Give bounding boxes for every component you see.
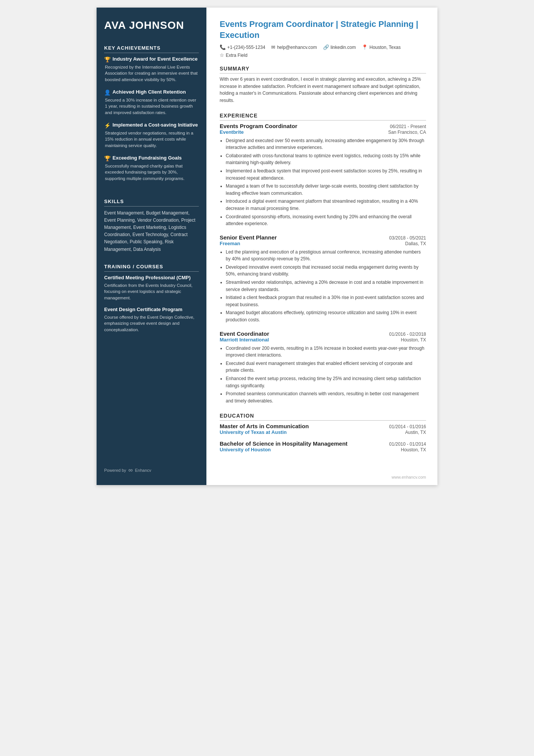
exp-bullet: Executed dual event management strategie… bbox=[226, 360, 426, 374]
exp-bullet: Designed and executed over 50 events ann… bbox=[226, 137, 426, 151]
education-item: Bachelor of Science in Hospitality Manag… bbox=[220, 440, 426, 452]
exp-bullet: Introduced a digital event management pl… bbox=[226, 198, 426, 212]
exp-job-title: Senior Event Planner bbox=[220, 234, 277, 241]
achievements-section: KEY ACHIEVEMENTS 🏆 Industry Award for Ev… bbox=[104, 45, 199, 188]
achievement-icon: 🏆 bbox=[104, 155, 111, 161]
phone-text: +1-(234)-555-1234 bbox=[227, 45, 265, 50]
exp-bullet: Streamlined vendor relationships, achiev… bbox=[226, 279, 426, 293]
summary-text: With over 6 years in event coordination,… bbox=[220, 76, 426, 104]
exp-location: Dallas, TX bbox=[405, 241, 426, 246]
exp-company: Eventbrite bbox=[220, 129, 244, 135]
achievements-list: 🏆 Industry Award for Event Excellence Re… bbox=[104, 56, 199, 182]
exp-bullets: Coordinated over 200 events, resulting i… bbox=[220, 345, 426, 405]
exp-job-title: Events Program Coordinator bbox=[220, 123, 297, 129]
exp-company: Marriott International bbox=[220, 337, 269, 343]
edu-school: University of Houston bbox=[220, 447, 271, 452]
exp-bullets: Led the planning and execution of a pres… bbox=[220, 249, 426, 324]
training-item-title: Event Design Certificate Program bbox=[104, 307, 199, 313]
extra-contact: ☆ Extra Field bbox=[220, 52, 247, 58]
training-list: Certified Meeting Professional (CMP) Cer… bbox=[104, 275, 199, 333]
achievement-item: 👤 Achieved High Client Retention Secured… bbox=[104, 89, 199, 116]
training-item: Certified Meeting Professional (CMP) Cer… bbox=[104, 275, 199, 301]
exp-job-title: Event Coordinator bbox=[220, 330, 269, 337]
training-item-title: Certified Meeting Professional (CMP) bbox=[104, 275, 199, 281]
edu-school: University of Texas at Austin bbox=[220, 429, 287, 435]
education-item: Master of Arts in Communication 01/2014 … bbox=[220, 423, 426, 435]
email-contact: ✉ help@enhancv.com bbox=[271, 44, 317, 50]
exp-date: 01/2016 - 02/2018 bbox=[389, 332, 426, 337]
education-list: Master of Arts in Communication 01/2014 … bbox=[220, 423, 426, 452]
achievement-title: Industry Award for Event Excellence bbox=[112, 56, 198, 63]
exp-date: 03/2018 - 05/2021 bbox=[389, 235, 426, 241]
candidate-name: AVA JOHNSON bbox=[104, 19, 199, 32]
exp-date: 06/2021 - Present bbox=[390, 124, 426, 129]
experience-section: EXPERIENCE Events Program Coordinator 06… bbox=[220, 113, 426, 405]
exp-company: Freeman bbox=[220, 241, 240, 246]
achievement-title: Exceeding Fundraising Goals bbox=[112, 155, 182, 161]
edu-date: 01/2014 - 01/2016 bbox=[389, 424, 426, 429]
website-text: www.enhancv.com bbox=[392, 475, 426, 479]
exp-bullet: Led the planning and execution of a pres… bbox=[226, 249, 426, 263]
exp-bullet: Initiated a client feedback program that… bbox=[226, 294, 426, 308]
powered-by-label: Powered by bbox=[104, 468, 126, 473]
achievement-desc: Secured a 30% increase in client retenti… bbox=[104, 97, 199, 116]
experience-item: Senior Event Planner 03/2018 - 05/2021 F… bbox=[220, 234, 426, 324]
training-item: Event Design Certificate Program Course … bbox=[104, 307, 199, 333]
achievements-title: KEY ACHIEVEMENTS bbox=[104, 45, 199, 53]
extra-text: Extra Field bbox=[226, 53, 247, 58]
experience-item: Events Program Coordinator 06/2021 - Pre… bbox=[220, 123, 426, 227]
phone-contact: 📞 +1-(234)-555-1234 bbox=[220, 44, 265, 50]
exp-bullet: Promoted seamless communication channels… bbox=[226, 390, 426, 404]
achievement-icon: 👤 bbox=[104, 89, 111, 95]
brand-logo: ∞ bbox=[128, 467, 133, 474]
exp-bullet: Collaborated with cross-functional teams… bbox=[226, 152, 426, 166]
sidebar: AVA JOHNSON KEY ACHIEVEMENTS 🏆 Industry … bbox=[97, 8, 206, 485]
phone-icon: 📞 bbox=[220, 44, 226, 50]
exp-bullet: Enhanced the event setup process, reduci… bbox=[226, 375, 426, 389]
edu-location: Austin, TX bbox=[405, 430, 426, 435]
location-contact: 📍 Houston, Texas bbox=[362, 44, 401, 50]
education-title: EDUCATION bbox=[220, 413, 426, 421]
main-content: Events Program Coordinator | Strategic P… bbox=[206, 8, 437, 485]
achievement-title: Implemented a Cost-saving Initiative bbox=[112, 122, 198, 128]
edu-date: 01/2010 - 01/2014 bbox=[389, 441, 426, 447]
exp-location: San Francisco, CA bbox=[388, 130, 426, 135]
achievement-title: Achieved High Client Retention bbox=[112, 89, 186, 95]
resume-container: AVA JOHNSON KEY ACHIEVEMENTS 🏆 Industry … bbox=[97, 8, 437, 485]
summary-section: SUMMARY With over 6 years in event coord… bbox=[220, 66, 426, 104]
email-text: help@enhancv.com bbox=[277, 45, 317, 50]
achievement-icon: ⚡ bbox=[104, 122, 111, 128]
training-section: TRAINING / COURSES Certified Meeting Pro… bbox=[104, 264, 199, 338]
achievement-item: 🏆 Exceeding Fundraising Goals Successful… bbox=[104, 155, 199, 182]
achievement-desc: Recognized by the International Live Eve… bbox=[104, 64, 199, 83]
location-icon: 📍 bbox=[362, 44, 368, 50]
main-header: Events Program Coordinator | Strategic P… bbox=[220, 19, 426, 58]
edu-location: Houston, TX bbox=[401, 447, 426, 452]
edu-degree: Bachelor of Science in Hospitality Manag… bbox=[220, 440, 348, 447]
achievement-item: ⚡ Implemented a Cost-saving Initiative S… bbox=[104, 122, 199, 149]
achievement-icon: 🏆 bbox=[104, 56, 111, 63]
exp-bullet: Coordinated sponsorship efforts, increas… bbox=[226, 213, 426, 227]
exp-bullet: Developed innovative event concepts that… bbox=[226, 264, 426, 278]
main-footer: www.enhancv.com bbox=[392, 475, 426, 479]
summary-title: SUMMARY bbox=[220, 66, 426, 74]
linkedin-icon: 🔗 bbox=[323, 44, 329, 50]
exp-bullets: Designed and executed over 50 events ann… bbox=[220, 137, 426, 227]
exp-location: Houston, TX bbox=[401, 337, 426, 343]
skills-title: SKILLS bbox=[104, 199, 199, 207]
brand-name: Enhancv bbox=[135, 468, 151, 473]
contact-row: 📞 +1-(234)-555-1234 ✉ help@enhancv.com 🔗… bbox=[220, 44, 426, 58]
job-title: Events Program Coordinator | Strategic P… bbox=[220, 19, 426, 41]
experience-item: Event Coordinator 01/2016 - 02/2018 Marr… bbox=[220, 330, 426, 405]
sidebar-footer: Powered by ∞ Enhancv bbox=[104, 459, 199, 474]
experience-list: Events Program Coordinator 06/2021 - Pre… bbox=[220, 123, 426, 405]
exp-bullet: Implemented a feedback system that impro… bbox=[226, 167, 426, 182]
location-text: Houston, Texas bbox=[369, 45, 401, 50]
skills-text: Event Management, Budget Management, Eve… bbox=[104, 210, 199, 253]
training-title: TRAINING / COURSES bbox=[104, 264, 199, 272]
education-section: EDUCATION Master of Arts in Communicatio… bbox=[220, 413, 426, 452]
experience-title: EXPERIENCE bbox=[220, 113, 426, 121]
exp-bullet: Managed budget allocations effectively, … bbox=[226, 309, 426, 323]
skills-section: SKILLS Event Management, Budget Manageme… bbox=[104, 199, 199, 253]
linkedin-text: linkedin.com bbox=[331, 45, 356, 50]
